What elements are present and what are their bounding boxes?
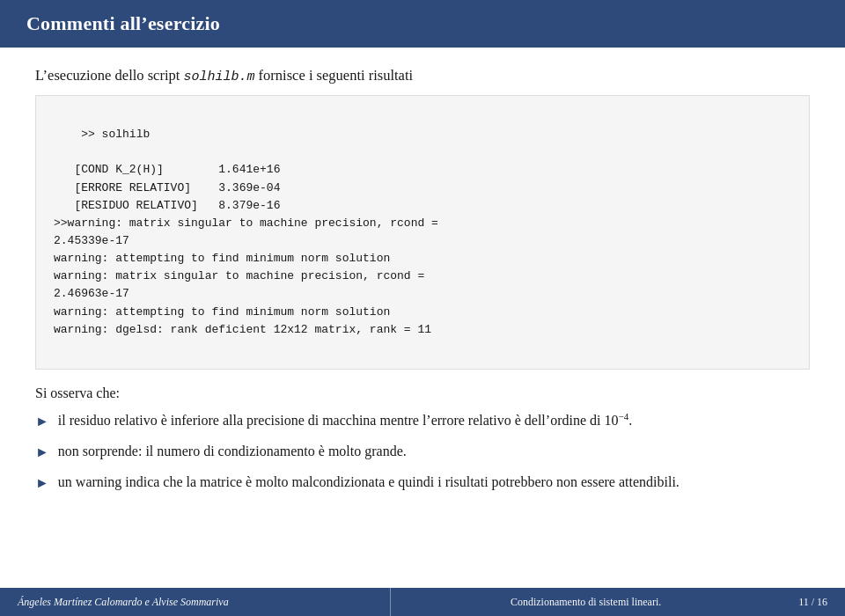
intro-text: L’esecuzione dello script (35, 67, 183, 84)
bullet-text-3: un warning indica che la matrice è molto… (58, 472, 680, 493)
code-content: >> solhilb [COND K_2(H)] 1.641e+16 [ERRO… (54, 128, 438, 336)
slide-header: Commenti all’esercizio (0, 0, 845, 48)
footer-course: Condizionamento di sistemi lineari. (391, 596, 781, 609)
footer-page: 11 / 16 (781, 596, 845, 609)
list-item: ► un warning indica che la matrice è mol… (35, 472, 810, 494)
text-section: Si osserva che: ► il residuo relativo è … (35, 385, 810, 494)
bullet-list: ► il residuo relativo è inferiore alla p… (35, 410, 810, 494)
script-name: solhilb.m (183, 70, 254, 84)
bullet-text-1: il residuo relativo è inferiore alla pre… (58, 410, 632, 431)
code-block: >> solhilb [COND K_2(H)] 1.641e+16 [ERRO… (35, 95, 810, 370)
footer-bar: Ángeles Martínez Calomardo e Alvise Somm… (0, 588, 845, 616)
bullet-arrow-2: ► (35, 442, 49, 463)
list-item: ► il residuo relativo è inferiore alla p… (35, 410, 810, 432)
intro-text-after: fornisce i seguenti risultati (254, 67, 413, 84)
bullet-arrow-3: ► (35, 473, 49, 494)
list-item: ► non sorprende: il numero di condiziona… (35, 441, 810, 463)
header-title: Commenti all’esercizio (26, 12, 220, 34)
footer-authors: Ángeles Martínez Calomardo e Alvise Somm… (0, 596, 390, 609)
bullet-text-2: non sorprende: il numero di condizioname… (58, 441, 407, 462)
main-content: L’esecuzione dello script solhilb.m forn… (0, 48, 845, 588)
intro-line: L’esecuzione dello script solhilb.m forn… (35, 67, 810, 84)
section-title: Si osserva che: (35, 385, 810, 401)
bullet-arrow-1: ► (35, 411, 49, 432)
